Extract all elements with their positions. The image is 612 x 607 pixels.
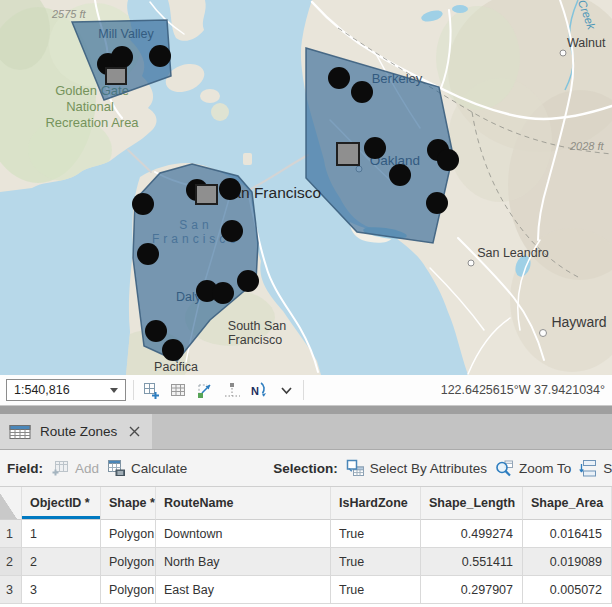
column-header-shapearea[interactable]: Shape_Area (523, 487, 612, 520)
coordinate-readout: 122.6425615°W 37.9421034° (441, 383, 606, 397)
table-icon (9, 423, 31, 441)
reservoir-2 (452, 5, 468, 13)
table-toolbar: Field: Add Calculate Selection: Select B… (0, 449, 612, 486)
select-features-icon[interactable] (195, 380, 215, 400)
scale-combobox[interactable]: 1:540,816 (6, 379, 126, 401)
column-header-routename[interactable]: RouteName (156, 487, 331, 520)
grid-plus-icon[interactable] (141, 380, 161, 400)
switch-selection-button[interactable]: Switch (579, 459, 612, 478)
cell-objectid[interactable]: 3 (22, 576, 101, 604)
cell-routename[interactable]: East Bay (156, 576, 331, 604)
cell-shapelength[interactable]: 0.551411 (421, 548, 523, 576)
hayward-city-marker (540, 330, 547, 337)
tab-route-zones[interactable]: Route Zones (0, 414, 152, 449)
separator (303, 380, 304, 400)
cell-shapearea[interactable]: 0.005072 (523, 576, 612, 604)
north-arrow-icon[interactable]: N (249, 380, 269, 400)
walnut-creek-label: Walnut (567, 36, 606, 50)
column-header-shapelength[interactable]: Shape_Length (421, 487, 523, 520)
cell-routename[interactable]: Downtown (156, 520, 331, 548)
table-row: 1 1 Polygon Downtown True 0.499274 0.016… (0, 520, 612, 548)
walnut-city-marker (560, 50, 566, 56)
stop-marker[interactable] (149, 45, 171, 67)
cell-ishardzone[interactable]: True (331, 576, 421, 604)
column-header-ishardzone[interactable]: IsHardZone (331, 487, 421, 520)
close-icon[interactable] (128, 425, 141, 438)
facility-marker[interactable] (106, 68, 126, 84)
south-sf-label-line2: Francisco (228, 333, 282, 347)
elevation-label-north: 2575 ft (51, 8, 87, 20)
table-row: 3 3 Polygon East Bay True 0.297907 0.005… (0, 576, 612, 604)
stop-marker[interactable] (111, 46, 133, 68)
pane-divider (0, 406, 612, 414)
field-group-label: Field: (7, 461, 43, 476)
ggnra-label-line3: Recreation Area (45, 115, 139, 130)
add-field-icon (51, 459, 70, 477)
cell-ishardzone[interactable]: True (331, 520, 421, 548)
select-by-attributes-label: Select By Attributes (370, 461, 487, 476)
stop-marker[interactable] (351, 81, 373, 103)
zoom-to-button[interactable]: Zoom To (495, 459, 571, 478)
row-handle[interactable]: 2 (0, 548, 22, 576)
grid-icon[interactable] (168, 380, 188, 400)
switch-icon (579, 459, 598, 478)
facility-marker[interactable] (337, 143, 359, 165)
stop-marker[interactable] (212, 282, 234, 304)
cell-shape[interactable]: Polygon (101, 548, 156, 576)
cell-objectid[interactable]: 1 (22, 520, 101, 548)
stop-marker[interactable] (132, 193, 154, 215)
attribute-table: ObjectID * Shape * RouteName IsHardZone … (0, 486, 612, 604)
san-leandro-label: San Leandro (477, 246, 549, 260)
scale-value: 1:540,816 (14, 383, 70, 397)
table-header-row: ObjectID * Shape * RouteName IsHardZone … (0, 487, 612, 520)
calculate-field-button[interactable]: Calculate (107, 459, 187, 477)
elevation-label-east: 2028 ft (569, 140, 605, 152)
selection-group-label: Selection: (273, 461, 338, 476)
chevron-down-icon[interactable] (276, 380, 296, 400)
row-handle[interactable]: 1 (0, 520, 22, 548)
measure-icon[interactable] (222, 380, 242, 400)
row-handle[interactable]: 3 (0, 576, 22, 604)
stop-marker[interactable] (426, 192, 448, 214)
cell-shapearea[interactable]: 0.019089 (523, 548, 612, 576)
south-sf-label-line1: South San (228, 319, 286, 333)
cell-objectid[interactable]: 2 (22, 548, 101, 576)
map-status-bar: 1:540,816 N 122.6425615°W 3 (0, 375, 612, 406)
select-by-attributes-button[interactable]: Select By Attributes (346, 459, 487, 478)
cell-shapelength[interactable]: 0.499274 (421, 520, 523, 548)
cell-ishardzone[interactable]: True (331, 548, 421, 576)
select-all-corner-cell[interactable] (0, 487, 22, 520)
stop-marker[interactable] (162, 339, 184, 361)
separator (133, 380, 134, 400)
cell-shape[interactable]: Polygon (101, 520, 156, 548)
facility-marker[interactable] (196, 185, 217, 204)
stop-marker[interactable] (137, 243, 159, 265)
cell-routename[interactable]: North Bay (156, 548, 331, 576)
peninsula-blob (200, 89, 220, 103)
stop-marker[interactable] (237, 270, 259, 292)
stop-marker[interactable] (219, 178, 241, 200)
stop-marker[interactable] (221, 220, 243, 242)
column-header-shape[interactable]: Shape * (101, 487, 156, 520)
zoom-to-icon (495, 459, 514, 478)
cell-shapearea[interactable]: 0.016415 (523, 520, 612, 548)
stop-marker[interactable] (437, 149, 459, 171)
stop-marker[interactable] (328, 67, 350, 89)
stop-marker[interactable] (364, 137, 386, 159)
hayward-label: Hayward (551, 314, 606, 330)
column-header-objectid[interactable]: ObjectID * (22, 487, 101, 520)
svg-text:N: N (251, 384, 259, 396)
cell-shape[interactable]: Polygon (101, 576, 156, 604)
angel-island (211, 103, 229, 121)
calculate-icon (107, 459, 126, 477)
arcgis-window: 2575 ft 2028 ft Mill Valley Golden Gate … (0, 0, 612, 607)
add-field-button[interactable]: Add (51, 459, 99, 477)
stop-marker[interactable] (145, 320, 167, 342)
tab-title: Route Zones (40, 424, 117, 439)
table-row: 2 2 Polygon North Bay True 0.551411 0.01… (0, 548, 612, 576)
table-pane-tab-strip: Route Zones (0, 406, 612, 449)
switch-selection-label: Switch (603, 461, 612, 476)
cell-shapelength[interactable]: 0.297907 (421, 576, 523, 604)
stop-marker[interactable] (389, 164, 411, 186)
map-canvas[interactable]: 2575 ft 2028 ft Mill Valley Golden Gate … (0, 0, 612, 375)
